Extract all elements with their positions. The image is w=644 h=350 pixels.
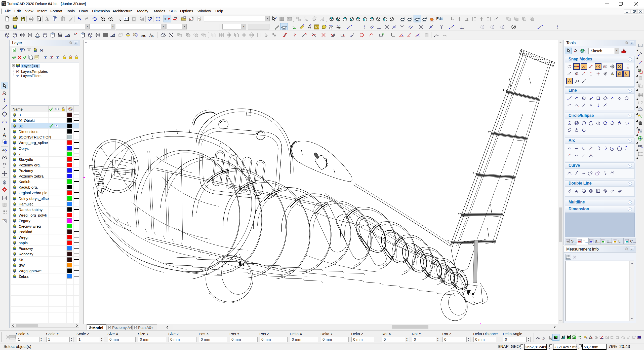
svg-text:3D: 3D (151, 35, 154, 38)
svg-text:{•}: {•} (16, 70, 19, 73)
svg-text:x: x (520, 347, 521, 349)
svg-text:S:1: S:1 (337, 24, 340, 26)
svg-text:A: A (3, 132, 6, 138)
svg-text:y: y (549, 347, 550, 349)
svg-text:z: z (578, 347, 579, 349)
svg-text:LayersFilters: LayersFilters (21, 74, 41, 78)
svg-text:2: 2 (135, 327, 136, 328)
svg-text:?: ? (303, 24, 304, 27)
svg-text:ABC: ABC (148, 16, 153, 19)
svg-text:LayersTemplates: LayersTemplates (21, 69, 48, 74)
svg-text:?: ? (325, 24, 326, 27)
svg-text:{•}: {•} (40, 49, 43, 52)
svg-text:%: % (542, 338, 544, 341)
svg-text:?: ? (274, 16, 277, 20)
svg-text:Layer (30): Layer (30) (22, 64, 38, 68)
svg-text:3D: 3D (142, 35, 145, 38)
svg-text:?: ? (310, 24, 311, 27)
svg-text:3D: 3D (2, 149, 6, 151)
svg-text:E: E (4, 197, 5, 200)
svg-text:S:1: S:1 (315, 26, 319, 28)
